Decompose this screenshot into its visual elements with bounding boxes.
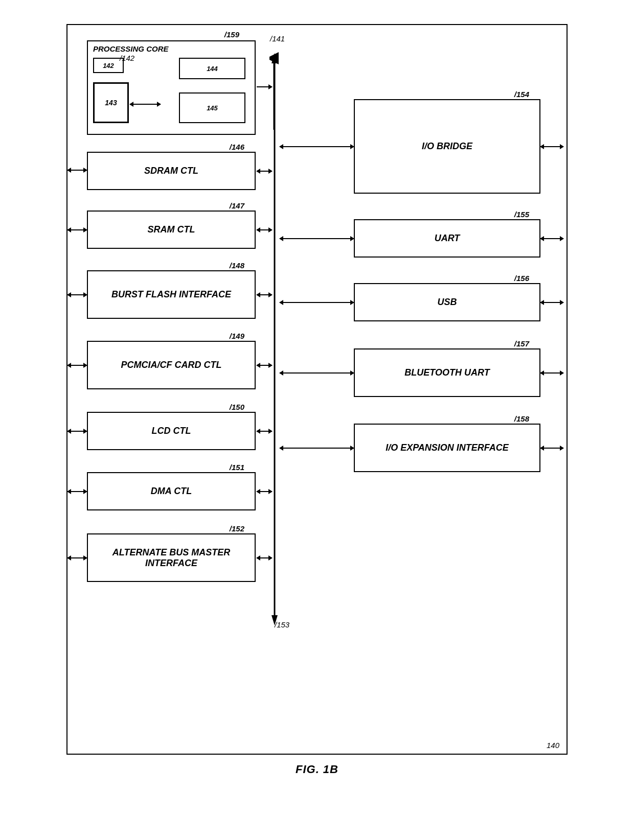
- right-arrow-usb: [540, 302, 563, 303]
- bluetooth-label: BLUETOOTH UART: [404, 367, 489, 378]
- io-expansion-label: I/O EXPANSION INTERFACE: [386, 442, 509, 453]
- svg-marker-2: [271, 53, 278, 63]
- bus-to-io-bridge: [280, 146, 354, 147]
- pcmcia-block: PCMCIA/CF CARD CTL /149: [87, 341, 256, 389]
- sram-ctl-block: SRAM CTL /147: [87, 211, 256, 249]
- bus-to-bluetooth: [280, 372, 354, 374]
- burst-flash-label: BURST FLASH INTERFACE: [111, 289, 231, 300]
- sdram-ctl-label: SDRAM CTL: [144, 166, 198, 176]
- sub-block-144: 144: [179, 58, 245, 79]
- usb-block: USB /156: [354, 283, 540, 321]
- processing-core-block: PROCESSING CORE /159 142 143 144 145: [87, 40, 256, 135]
- ref-142: /142: [120, 54, 134, 62]
- ref-151: /151: [230, 463, 244, 472]
- ref-154: /154: [514, 90, 529, 99]
- io-bridge-label: I/O BRIDGE: [422, 141, 472, 152]
- ref-140: 140: [547, 741, 559, 750]
- ref-153: /153: [275, 620, 289, 629]
- uart-label: UART: [435, 233, 460, 244]
- figure-label: FIG. 1B: [296, 763, 338, 776]
- ref-158: /158: [514, 414, 529, 423]
- left-arrow-pcmcia: [67, 365, 87, 366]
- left-arrow-sram: [67, 229, 87, 230]
- sub-block-142: 142: [93, 58, 124, 73]
- ref-150: /150: [230, 403, 244, 411]
- io-bridge-block: I/O BRIDGE /154: [354, 99, 540, 194]
- ref-157: /157: [514, 339, 529, 348]
- ref-146: /146: [230, 143, 244, 151]
- uart-block: UART /155: [354, 219, 540, 258]
- sub-block-145: 145: [179, 92, 245, 123]
- dma-ctl-block: DMA CTL /151: [87, 472, 256, 510]
- left-arrow-alt: [67, 557, 87, 558]
- alt-bus-block: ALTERNATE BUS MASTER INTERFACE /152: [87, 533, 256, 582]
- left-arrow-lcd: [67, 431, 87, 432]
- ref-148: /148: [230, 261, 244, 270]
- right-arrow-io-bridge: [540, 146, 563, 147]
- arrow-143-145: [130, 104, 161, 105]
- lcd-ctl-block: LCD CTL /150: [87, 412, 256, 450]
- ref-141-label: /141: [270, 34, 285, 43]
- ref-147: /147: [230, 201, 244, 210]
- alt-bus-label: ALTERNATE BUS MASTER INTERFACE: [88, 547, 255, 569]
- diagram-container: 140 PROCESSING CORE /159 142 143 144 145: [66, 24, 568, 755]
- burst-flash-block: BURST FLASH INTERFACE /148: [87, 270, 256, 319]
- right-arrow-bluetooth: [540, 372, 563, 374]
- sdram-ctl-block: SDRAM CTL /146: [87, 152, 256, 190]
- bus-to-io-exp: [280, 448, 354, 449]
- bus-to-uart: [280, 238, 354, 239]
- sub-block-143: 143: [93, 82, 129, 123]
- ref-159: /159: [224, 30, 239, 39]
- page: 140 PROCESSING CORE /159 142 143 144 145: [36, 24, 598, 816]
- usb-label: USB: [437, 297, 457, 308]
- dma-ctl-label: DMA CTL: [151, 486, 192, 497]
- ref-149: /149: [230, 332, 244, 340]
- sram-ctl-label: SRAM CTL: [148, 224, 195, 235]
- main-vertical-bus: [269, 51, 280, 628]
- ref-156: /156: [514, 274, 529, 283]
- left-arrow-burst: [67, 294, 87, 295]
- ref-152: /152: [230, 524, 244, 533]
- processing-core-label: PROCESSING CORE: [93, 44, 169, 53]
- bus-to-usb: [280, 302, 354, 303]
- left-arrow-dma: [67, 491, 87, 492]
- left-arrow-sdram: [67, 170, 87, 171]
- pcmcia-label: PCMCIA/CF CARD CTL: [121, 360, 222, 370]
- ref-155: /155: [514, 210, 529, 219]
- bluetooth-block: BLUETOOTH UART /157: [354, 348, 540, 397]
- lcd-ctl-label: LCD CTL: [152, 426, 191, 436]
- io-expansion-block: I/O EXPANSION INTERFACE /158: [354, 424, 540, 472]
- right-arrow-io-exp: [540, 448, 563, 449]
- right-arrow-uart: [540, 238, 563, 239]
